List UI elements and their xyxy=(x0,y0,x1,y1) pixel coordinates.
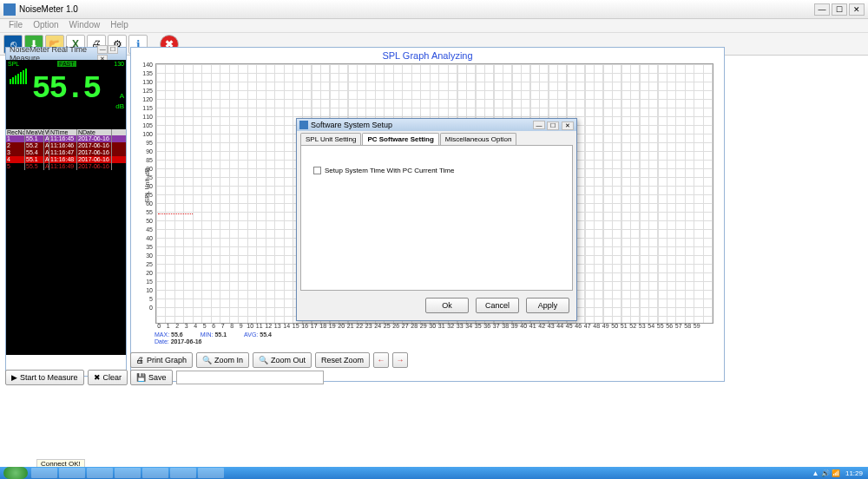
start-measure-button[interactable]: ▶ Start to Measure xyxy=(5,370,84,385)
graph-data-line xyxy=(158,213,193,214)
graph-xaxis: 0123456789101112131415161718192021222324… xyxy=(155,323,701,329)
panel-max-icon[interactable]: ☐ xyxy=(108,45,118,54)
lcd-spl-label: SPL xyxy=(8,61,19,67)
graph-yaxis: 1401351301251201151101051009590858075706… xyxy=(142,61,153,312)
maximize-button[interactable]: ☐ xyxy=(832,3,847,16)
start-button[interactable] xyxy=(3,467,28,479)
stat-avg-value: 55.4 xyxy=(260,331,272,338)
zoom-in-button[interactable]: 🔍 Zoom In xyxy=(196,352,249,368)
system-clock[interactable]: 11:29 xyxy=(845,469,863,477)
taskbar-item[interactable] xyxy=(142,468,168,478)
table-row[interactable]: 255.2A11:16:462017-06-16 xyxy=(6,142,126,149)
lcd-display: SPL FAST 130 55.5 A dB xyxy=(6,60,126,129)
tab-misc[interactable]: Miscellaneous Option xyxy=(440,133,516,145)
stat-avg-label: AVG: xyxy=(244,331,258,338)
taskbar-item[interactable] xyxy=(115,468,141,478)
settings-dialog: Software System Setup — ☐ ✕ SPL Unit Set… xyxy=(296,118,577,321)
lcd-weighting: A xyxy=(115,91,124,102)
clear-button[interactable]: ✖ Clear xyxy=(88,370,128,385)
col-ntime: NTime xyxy=(49,129,77,135)
col-recno: RecNo xyxy=(6,129,25,135)
dialog-icon xyxy=(299,121,308,129)
tray-icons[interactable]: ▲ 🔊 📶 xyxy=(812,469,840,477)
apply-button[interactable]: Apply xyxy=(526,298,569,313)
table-row[interactable]: 155.1A11:16:452017-06-16 xyxy=(6,135,126,142)
stat-min-label: MIN: xyxy=(201,331,214,338)
lcd-bargraph-icon xyxy=(10,69,27,84)
checkbox-icon xyxy=(313,167,321,174)
cancel-button[interactable]: Cancel xyxy=(476,298,519,313)
dialog-max-icon[interactable]: ☐ xyxy=(547,121,559,130)
menu-window[interactable]: Window xyxy=(64,19,106,32)
stat-max-label: MAX: xyxy=(155,331,169,338)
reset-zoom-button[interactable]: Reset Zoom xyxy=(315,352,370,368)
minimize-button[interactable]: — xyxy=(814,3,830,16)
stat-date-label: Date: xyxy=(155,338,169,344)
save-button[interactable]: 💾 Save xyxy=(130,370,173,385)
menubar: File Option Window Help xyxy=(0,19,868,33)
realtime-panel: NoiseMeter Real Time Measure —☐✕ SPL FAS… xyxy=(5,47,127,377)
graph-title: SPL Graph Analyzing xyxy=(131,48,724,63)
taskbar: ▲ 🔊 📶 11:29 xyxy=(0,467,868,479)
measurement-table: RecNo MeaVal W NTime NDate 155.1A11:16:4… xyxy=(6,129,126,355)
table-row[interactable]: 555.5A11:16:492017-06-16 xyxy=(6,163,126,170)
taskbar-item[interactable] xyxy=(198,468,224,478)
dialog-min-icon[interactable]: — xyxy=(533,121,545,129)
scroll-right-button[interactable]: → xyxy=(392,352,408,368)
col-ndate: NDate xyxy=(77,129,112,135)
tab-pc-software[interactable]: PC Software Setting xyxy=(362,133,438,145)
graph-date: Date: 2017-06-16 xyxy=(155,338,202,344)
graph-toolbar: 🖨 Print Graph 🔍 Zoom In 🔍 Zoom Out Reset… xyxy=(130,352,408,368)
zoom-out-button[interactable]: 🔍 Zoom Out xyxy=(253,352,312,368)
app-title: NoiseMeter 1.0 xyxy=(19,4,78,14)
taskbar-item[interactable] xyxy=(170,468,196,478)
scroll-left-button[interactable]: ← xyxy=(373,352,389,368)
sync-time-checkbox[interactable]: Setup System Time With PC Current Time xyxy=(313,167,560,174)
panel-min-icon[interactable]: — xyxy=(97,45,108,54)
menu-option[interactable]: Option xyxy=(28,19,63,32)
close-button[interactable]: ✕ xyxy=(849,3,865,16)
menu-file[interactable]: File xyxy=(3,19,28,32)
table-row[interactable]: 455.1A11:16:482017-06-16 xyxy=(6,156,126,163)
dialog-title: Software System Setup xyxy=(311,121,392,129)
tab-spl-unit[interactable]: SPL Unit Setting xyxy=(300,133,361,145)
sync-time-label: Setup System Time With PC Current Time xyxy=(325,167,454,174)
lcd-range: 130 xyxy=(114,61,124,67)
stat-max-value: 55.6 xyxy=(171,331,183,338)
print-graph-button[interactable]: 🖨 Print Graph xyxy=(130,352,193,368)
col-meaval: MeaVal xyxy=(25,129,44,135)
table-row[interactable]: 355.4A11:16:472017-06-16 xyxy=(6,149,126,156)
ok-button[interactable]: Ok xyxy=(425,298,469,313)
stat-date-value: 2017-06-16 xyxy=(171,338,202,344)
save-path-input[interactable] xyxy=(176,371,324,384)
taskbar-item[interactable] xyxy=(31,468,57,478)
taskbar-item[interactable] xyxy=(59,468,85,478)
lcd-unit: dB xyxy=(115,102,124,112)
app-icon xyxy=(3,3,16,16)
menu-help[interactable]: Help xyxy=(105,19,134,32)
app-titlebar: NoiseMeter 1.0 — ☐ ✕ xyxy=(0,0,868,19)
dialog-close-icon[interactable]: ✕ xyxy=(562,121,574,130)
lcd-mode: FAST xyxy=(57,61,76,67)
taskbar-item[interactable] xyxy=(87,468,113,478)
graph-stats: MAX: 55.6 MIN: 55.1 AVG: 55.4 xyxy=(155,331,272,338)
stat-min-value: 55.1 xyxy=(214,331,227,338)
